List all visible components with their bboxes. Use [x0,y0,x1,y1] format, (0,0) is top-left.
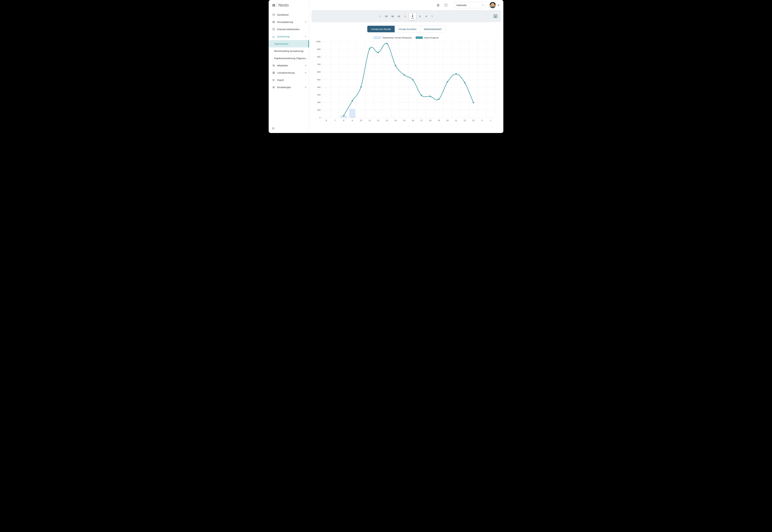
users-icon [272,64,275,67]
svg-text:11: 11 [368,119,370,122]
legend-item-tatsaechlicher-umsatz[interactable]: Tatsächlicher Umsatz Restaurant [374,36,412,39]
svg-text:8: 8 [343,119,344,122]
svg-text:1000: 1000 [316,40,320,43]
svg-text:300: 300 [317,94,320,96]
day-pill[interactable]: 4 [423,15,430,18]
collapse-sidebar-button[interactable] [269,127,309,133]
fullscreen-button[interactable] [445,4,448,7]
svg-text:13: 13 [386,119,388,122]
sidebar-subitem-benchmarking[interactable]: Benchmarking (Auswertung) [269,47,309,55]
svg-text:18: 18 [429,119,431,122]
chevron-down-icon [304,86,307,88]
sidebar-subitem-tagesanalyse[interactable]: Tagesanalyse [269,40,309,47]
date-picker-button[interactable] [493,14,498,18]
bell-icon [437,4,440,7]
sidebar-item-auswertung[interactable]: Auswertung [269,33,309,40]
svg-text:21: 21 [455,119,457,122]
logo-mark: n [272,3,275,7]
sidebar-item-lohnabrechnung[interactable]: Lohnabrechnung [269,69,309,76]
tab-umsatz-kumuliert[interactable]: Umsatz kumuliert [395,26,420,32]
svg-text:500: 500 [317,79,320,81]
sidebar-item-label: Erfasste Arbeitszeiten [277,28,299,31]
sidebar-nav: Dashboard Einsatzplanung Erfasste Arbeit… [269,11,309,133]
svg-text:100: 100 [317,109,320,111]
legend-swatch-forecast [416,36,423,39]
chevron-right-icon [431,15,434,17]
sidebar-item-erfasste-arbeitszeiten[interactable]: Erfasste Arbeitszeiten [269,26,309,33]
location-select[interactable]: Karlsruhe [454,2,486,8]
sidebar-item-label: Einsatzplanung [277,21,293,23]
svg-text:0: 0 [319,116,320,119]
svg-text:7: 7 [334,119,335,122]
fullscreen-icon [445,4,448,7]
main-area: Karlsruhe 29 30 31 1 Fr 2 [309,0,503,133]
tab-umsatz-pro-stunde[interactable]: Umsatz pro Stunde [367,26,395,32]
date-navigation-bar: 29 30 31 1 Fr 2 Feb 3 4 [311,10,501,22]
sidebar-item-label: Einstellungen [277,86,291,89]
sidebar-item-label: Dashboard [277,13,288,16]
sidebar-item-dashboard[interactable]: Dashboard [269,11,309,18]
sidebar-subitem-ergebnisauswertung[interactable]: Ergebnisauswertung (Tagesau… [269,55,309,62]
chevron-down-icon [482,4,484,6]
svg-text:800: 800 [317,56,320,58]
sidebar-item-einsatzplanung[interactable]: Einsatzplanung [269,18,309,26]
svg-text:200: 200 [317,101,320,104]
tab-mitarbeiterbedarf[interactable]: Mitarbeiterbedarf [420,26,445,32]
sidebar-item-einstellungen[interactable]: Einstellungen [269,84,309,91]
logo[interactable]: n Nesto [269,0,309,10]
selected-month: Feb [409,18,416,19]
selected-weekday: Fr [409,13,416,15]
legend-label: Nesto-Prognose [424,37,439,39]
svg-text:10: 10 [360,119,362,122]
prev-day-button[interactable] [379,15,381,17]
calendar-clock-icon [493,14,498,18]
clock-icon [272,28,275,31]
chart-legend: Tatsächlicher Umsatz Restaurant Nesto-Pr… [309,36,503,39]
legend-swatch-actual [374,36,381,39]
day-pill[interactable]: 31 [396,15,402,18]
svg-text:700: 700 [317,63,320,66]
legend-item-nesto-prognose[interactable]: Nesto-Prognose [416,36,439,39]
svg-text:16: 16 [412,119,414,122]
sidebar-subitem-label: Benchmarking (Auswertung) [274,50,303,52]
sidebar-item-label: Export [277,79,284,81]
svg-text:14: 14 [395,119,397,122]
day-pill[interactable]: 1 [402,15,409,18]
chart-tabs-row: Umsatz pro Stunde Umsatz kumuliert Mitar… [309,26,503,32]
revenue-chart: 0100200300400500600700800900100067891011… [314,40,497,123]
sidebar-item-label: Lohnabrechnung [277,71,294,74]
svg-text:900: 900 [317,48,320,50]
svg-text:12: 12 [377,119,379,122]
legend-label: Tatsächlicher Umsatz Restaurant [382,37,412,39]
user-menu[interactable] [490,2,500,8]
svg-text:1: 1 [490,119,491,122]
selected-day: 2 [409,15,416,18]
svg-text:15: 15 [403,119,405,122]
selected-day-card[interactable]: Fr 2 Feb [409,12,416,20]
sidebar-item-label: Mitarbeiter [277,64,288,67]
sidebar-item-mitarbeiter[interactable]: Mitarbeiter [269,62,309,69]
svg-text:6: 6 [326,119,327,122]
chart-area: 0100200300400500600700800900100067891011… [309,39,503,123]
grid-icon [272,21,275,23]
notifications-button[interactable] [437,4,440,7]
svg-text:600: 600 [317,71,320,73]
svg-text:17: 17 [421,119,423,122]
day-pill[interactable]: 29 [383,15,390,18]
svg-text:0: 0 [482,119,483,122]
sidebar-item-label: Auswertung [277,35,289,38]
sidebar-subitem-label: Ergebnisauswertung (Tagesau… [274,57,308,60]
location-select-value: Karlsruhe [457,4,467,6]
day-pill[interactable]: 30 [390,15,396,18]
bar-chart-icon [272,35,275,38]
svg-text:9: 9 [352,119,353,122]
next-day-button[interactable] [431,15,434,17]
day-pill[interactable]: 3 [417,15,423,18]
chevron-down-icon [304,72,307,74]
app-window: n Nesto Dashboard Einsatzplanung [269,0,503,133]
sidebar: n Nesto Dashboard Einsatzplanung [269,0,309,133]
topbar: Karlsruhe [309,0,503,10]
sidebar-subitem-label: Tagesanalyse [274,42,288,45]
sidebar-item-export[interactable]: Export [269,76,309,84]
avatar [490,2,496,8]
